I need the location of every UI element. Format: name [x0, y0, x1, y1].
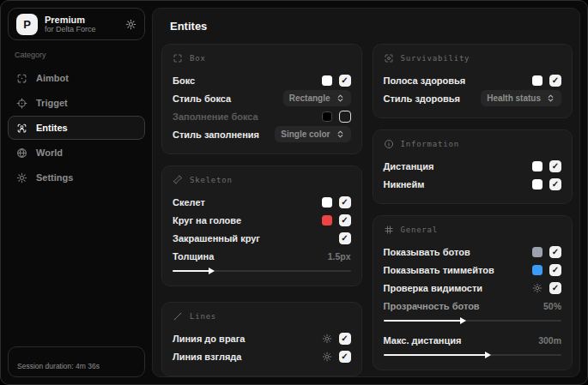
setting-label: Дистанция	[384, 161, 434, 171]
setting-label: Линия до врага	[173, 334, 245, 344]
sidebar-item-aimbot[interactable]: Aimbot	[8, 66, 145, 90]
checkbox[interactable]	[339, 196, 351, 208]
crosshair-dot-icon	[16, 98, 27, 109]
box-style-dropdown[interactable]: Rectangle	[283, 90, 351, 106]
setting-label: Показывать ботов	[384, 247, 470, 257]
box-brackets-icon	[173, 53, 183, 63]
setting-row-fill-style: Стиль заполнения Single color	[173, 125, 351, 143]
checkbox[interactable]	[339, 111, 351, 123]
session-duration-text: Session duration: 4m 36s	[17, 362, 100, 370]
panel-survivability: Survivability Полоса здоровья Стиль здор…	[373, 44, 573, 118]
setting-row-show-teammates: Показывать тиммейтов	[384, 261, 562, 279]
gear-icon[interactable]	[322, 352, 332, 362]
info-icon	[384, 139, 394, 149]
color-swatch[interactable]	[532, 247, 543, 257]
color-swatch[interactable]	[532, 75, 543, 86]
gear-icon	[16, 172, 27, 183]
setting-label: Макс. дистанция	[384, 335, 462, 346]
setting-label: Стиль здоровья	[384, 93, 460, 104]
app-window: P Premium for Delta Force Category Aimbo…	[0, 0, 588, 385]
setting-row-max-distance: Макс. дистанция 300m	[384, 331, 562, 359]
setting-label: Закрашенный круг	[173, 233, 260, 244]
checkbox[interactable]	[549, 282, 561, 294]
checkbox[interactable]	[549, 160, 561, 172]
slider-value: 300m	[538, 335, 561, 346]
setting-label: Прозрачность ботов	[384, 301, 480, 311]
slider-thumb[interactable]	[460, 317, 466, 324]
setting-row-enemy-line: Линия до врага	[173, 329, 351, 347]
checkbox[interactable]	[549, 246, 561, 258]
dropdown-value: Single color	[281, 129, 330, 139]
checkbox[interactable]	[549, 178, 561, 190]
sidebar-item-label: World	[36, 147, 63, 158]
max-distance-slider[interactable]	[384, 352, 562, 359]
checkbox[interactable]	[339, 75, 351, 87]
sidebar-item-trigget[interactable]: Trigget	[8, 91, 145, 115]
fill-style-dropdown[interactable]: Single color	[275, 126, 350, 142]
chevrons-up-down-icon	[336, 93, 345, 103]
color-swatch[interactable]	[322, 111, 332, 122]
gear-icon[interactable]	[322, 334, 332, 344]
panel-header-label: Lines	[190, 312, 216, 321]
setting-row-visibility-check: Проверка видимости	[384, 279, 562, 297]
setting-label: Бокс	[173, 75, 195, 86]
page-title: Entites	[170, 20, 573, 33]
chevrons-up-down-icon	[336, 129, 345, 139]
sidebar-nav: Aimbot Trigget Entites World	[8, 66, 145, 189]
setting-label: Скелет	[173, 197, 205, 208]
color-swatch[interactable]	[322, 215, 332, 226]
sidebar-item-world[interactable]: World	[8, 141, 145, 165]
checkbox[interactable]	[339, 232, 351, 244]
setting-row-health-bar: Полоса здоровья	[384, 71, 562, 89]
gear-icon[interactable]	[532, 283, 543, 293]
slider-value: 1.5px	[328, 251, 351, 262]
health-style-dropdown[interactable]: Health status	[481, 90, 561, 106]
slider-thumb[interactable]	[209, 268, 215, 274]
color-swatch[interactable]	[532, 265, 543, 275]
gear-icon[interactable]	[125, 19, 136, 30]
panel-header-label: Skeleton	[190, 176, 233, 184]
sidebar-item-entites[interactable]: Entites	[8, 116, 145, 140]
scan-dot-icon	[384, 53, 394, 63]
crosshair-brackets-icon	[16, 73, 27, 84]
color-swatch[interactable]	[322, 75, 332, 86]
panel-header-label: Information	[401, 140, 459, 148]
setting-row-show-bots: Показывать ботов	[384, 243, 562, 261]
main-panel: Entites Box Бокс	[152, 8, 580, 377]
panel-skeleton: Skeleton Скелет Круг на голове	[161, 165, 362, 286]
slider-thumb[interactable]	[485, 352, 491, 358]
panel-header-label: General	[401, 226, 439, 234]
sidebar-item-settings[interactable]: Settings	[8, 165, 145, 189]
setting-label: Стиль бокса	[173, 93, 231, 104]
diagonal-line-icon	[173, 311, 183, 322]
sidebar: P Premium for Delta Force Category Aimbo…	[1, 1, 152, 384]
setting-row-head-circle: Круг на голове	[173, 211, 351, 229]
checkbox[interactable]	[549, 264, 561, 276]
checkbox[interactable]	[549, 75, 561, 87]
checkbox[interactable]	[339, 333, 351, 345]
panel-box: Box Бокс Стиль бокса Rectangle	[161, 44, 362, 154]
setting-label: Никнейм	[384, 179, 425, 189]
panel-information: Information Дистанция Никнейм	[373, 129, 573, 204]
setting-label: Полоса здоровья	[384, 75, 466, 86]
globe-icon	[16, 147, 27, 159]
checkbox[interactable]	[339, 214, 351, 226]
panel-lines: Lines Линия до врага Линия взгляда	[161, 302, 362, 376]
checkbox[interactable]	[339, 351, 351, 363]
person-scan-icon	[16, 123, 27, 134]
app-logo: P	[16, 14, 38, 35]
setting-label: Линия взгляда	[173, 352, 241, 362]
color-swatch[interactable]	[532, 161, 543, 171]
sidebar-item-label: Trigget	[36, 98, 68, 108]
color-swatch[interactable]	[532, 179, 543, 189]
color-swatch[interactable]	[322, 197, 332, 208]
setting-row-filled-circle: Закрашенный круг	[173, 229, 351, 247]
setting-label: Круг на голове	[173, 215, 241, 226]
bot-opacity-slider[interactable]	[384, 317, 562, 325]
sidebar-item-label: Aimbot	[36, 73, 69, 83]
panel-header-label: Box	[190, 54, 206, 63]
setting-row-box: Бокс	[173, 71, 351, 89]
panel-general: General Показывать ботов Показывать тимм…	[373, 215, 573, 370]
thickness-slider[interactable]	[173, 268, 351, 275]
setting-row-bot-opacity: Прозрачность ботов 50%	[384, 297, 562, 325]
